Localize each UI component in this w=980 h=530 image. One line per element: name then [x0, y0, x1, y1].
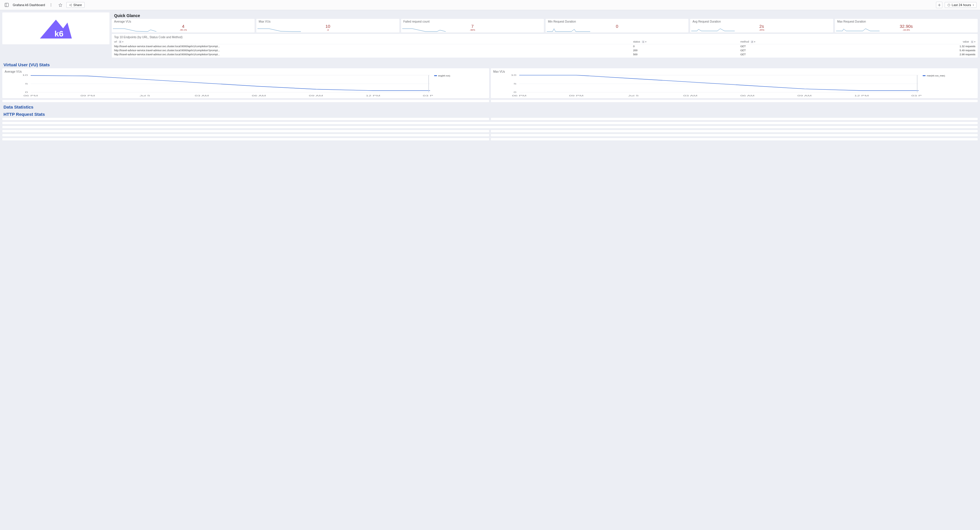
k6-logo-icon: k6 — [38, 17, 73, 40]
svg-text:12 PM: 12 PM — [366, 94, 380, 97]
svg-point-2 — [51, 3, 51, 4]
svg-text:06 PM: 06 PM — [512, 94, 527, 97]
legend-item[interactable]: max(k6.vus_max) — [923, 75, 975, 77]
top-endpoints-table: url 3▾status 1▾method 2▾value 1▾ http://… — [112, 40, 978, 56]
k6-logo-panel: k6 — [2, 13, 110, 44]
time-range-label: Last 24 hours — [951, 3, 971, 7]
table-row[interactable]: http://travel-advisor-service.travel-adv… — [112, 52, 978, 56]
chevron-down-icon: ▾ — [973, 4, 974, 6]
svg-point-6 — [71, 4, 72, 5]
svg-text:09 AM: 09 AM — [797, 94, 812, 97]
share-button[interactable]: Share — [66, 2, 84, 8]
panel-tls[interactable] — [491, 138, 978, 140]
sparkline — [691, 28, 735, 32]
top-endpoints-title: Top 10 Endpoints (by URL, Status Code an… — [112, 35, 978, 40]
stat-label: Min Request Duration — [548, 20, 686, 23]
table-header[interactable]: method 2▾ — [738, 40, 856, 44]
nav-toggle-icon[interactable] — [3, 2, 10, 8]
stat-label: Failed request count — [403, 20, 541, 23]
panel-iter-dur[interactable] — [491, 100, 978, 102]
table-row[interactable]: http://travel-advisor-service.travel-adv… — [112, 48, 978, 52]
svg-text:06 PM: 06 PM — [24, 94, 38, 97]
sparkline — [113, 28, 156, 32]
stat-label: Max VUs — [259, 20, 397, 23]
panel-failed-count[interactable] — [2, 130, 489, 132]
sparkline — [402, 28, 446, 32]
panel-max-vus[interactable]: Max VUs 051006 PM09 PMJul 503 AM06 AM09 … — [491, 68, 978, 98]
svg-point-3 — [51, 5, 51, 5]
breadcrumb-title[interactable]: Grafana k6 Dashboard — [13, 3, 45, 7]
stat-label: Average VUs — [114, 20, 252, 23]
table-header[interactable]: value 1▾ — [856, 40, 978, 44]
chart-legend: avg(k6.vus) — [433, 74, 488, 97]
add-panel-button[interactable] — [936, 2, 942, 8]
svg-text:Jul 5: Jul 5 — [140, 94, 150, 97]
stat-label: Max Request Duration — [837, 20, 975, 23]
panel-title: Average VUs — [3, 70, 488, 74]
svg-text:Jul 5: Jul 5 — [628, 94, 639, 97]
svg-point-4 — [51, 6, 51, 6]
svg-text:0: 0 — [25, 91, 28, 94]
stat-card[interactable]: Average VUs 4 -95.1% — [112, 19, 255, 32]
topbar: Grafana k6 Dashboard Share Last 24 hours… — [0, 0, 980, 10]
section-vu-stats[interactable]: Virtual User (VU) Stats — [2, 60, 978, 68]
table-header[interactable]: url 3▾ — [112, 40, 631, 44]
svg-text:09 AM: 09 AM — [309, 94, 323, 97]
sparkline — [258, 28, 301, 32]
svg-text:0: 0 — [514, 91, 516, 94]
svg-text:03 AM: 03 AM — [195, 94, 209, 97]
svg-text:k6: k6 — [54, 29, 64, 38]
svg-text:09 PM: 09 PM — [81, 94, 95, 97]
section-http-stats[interactable]: HTTP Request Stats — [2, 109, 978, 118]
svg-text:5: 5 — [514, 82, 516, 85]
panel-title: Max VUs — [492, 70, 977, 74]
svg-text:03 PM: 03 PM — [912, 94, 921, 97]
svg-text:03 PM: 03 PM — [423, 94, 433, 97]
share-label: Share — [73, 3, 82, 7]
star-icon[interactable] — [57, 2, 64, 8]
top-endpoints-panel: Top 10 Endpoints (by URL, Status Code an… — [112, 34, 978, 58]
stat-label: Avg Request Duration — [692, 20, 830, 23]
panel-req-dur[interactable] — [2, 126, 978, 128]
panel-avg-vus[interactable]: Average VUs 051006 PM09 PMJul 503 AM06 A… — [2, 68, 489, 98]
panel-receiving[interactable] — [2, 138, 489, 140]
svg-text:10: 10 — [511, 74, 516, 76]
svg-line-8 — [70, 4, 71, 5]
svg-point-5 — [70, 5, 70, 5]
panel-data-sent[interactable] — [2, 118, 489, 120]
kebab-menu-icon[interactable] — [48, 2, 54, 8]
svg-point-7 — [71, 5, 72, 6]
sparkline — [836, 28, 880, 32]
svg-rect-0 — [5, 3, 8, 7]
svg-text:03 AM: 03 AM — [683, 94, 697, 97]
sparkline — [547, 28, 590, 32]
chart-svg: 051006 PM09 PMJul 503 AM06 AM09 AM12 PM0… — [492, 74, 921, 97]
stat-card[interactable]: Min Request Duration 0 — [546, 19, 688, 32]
panel-data-recv[interactable] — [491, 118, 978, 120]
panel-req-count[interactable] — [2, 122, 978, 124]
legend-item[interactable]: avg(k6.vus) — [434, 75, 487, 77]
svg-text:06 AM: 06 AM — [252, 94, 266, 97]
chart-svg: 051006 PM09 PMJul 503 AM06 AM09 AM12 PM0… — [3, 74, 433, 97]
chart-legend: max(k6.vus_max) — [921, 74, 977, 97]
time-range-picker[interactable]: Last 24 hours ▾ — [945, 2, 977, 8]
svg-text:12 PM: 12 PM — [854, 94, 869, 97]
stat-card[interactable]: Max VUs 10 -0 — [256, 19, 399, 32]
stat-card[interactable]: Max Request Duration 32.90s -44.8% — [835, 19, 978, 32]
svg-text:06 AM: 06 AM — [740, 94, 755, 97]
table-header[interactable]: status 1▾ — [631, 40, 738, 44]
svg-text:5: 5 — [25, 82, 28, 85]
panel-sending[interactable] — [2, 134, 489, 136]
stat-card[interactable]: Avg Request Duration 2s -45% — [690, 19, 833, 32]
svg-text:10: 10 — [22, 74, 28, 76]
svg-text:09 PM: 09 PM — [569, 94, 584, 97]
stat-card[interactable]: Failed request count 7 -96% — [401, 19, 544, 32]
panel-iterations[interactable] — [2, 100, 489, 102]
quick-glance-title: Quick Glance — [112, 13, 978, 19]
table-row[interactable]: http://travel-advisor-service.travel-adv… — [112, 44, 978, 49]
panel-waiting[interactable] — [491, 134, 978, 136]
panel-blocked[interactable] — [491, 130, 978, 132]
